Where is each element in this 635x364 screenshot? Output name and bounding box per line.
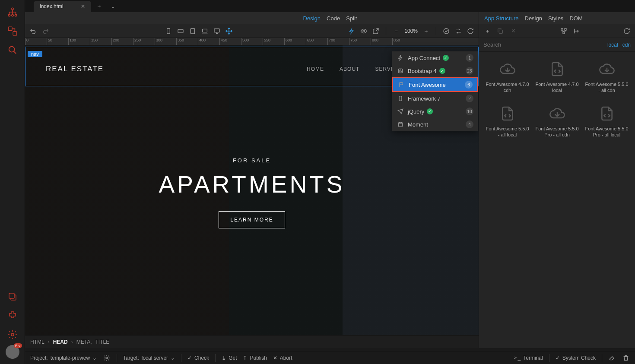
zoom-out-icon[interactable]: − [392, 27, 400, 35]
upload-icon: ⤒ [243, 355, 247, 361]
zoom-value: 100% [404, 28, 418, 34]
device-tablet-icon[interactable] [189, 27, 197, 35]
svg-rect-11 [190, 28, 194, 34]
hero-subtitle: FOR SALE [25, 157, 479, 164]
nav-link[interactable]: HOME [307, 66, 324, 72]
trash-icon[interactable] [622, 354, 630, 362]
check-badge: ✓ [439, 68, 445, 74]
breadcrumb: HTML›HEAD›META,TITLE [25, 335, 479, 348]
avatar[interactable]: Pro [6, 345, 19, 359]
send-icon [397, 108, 404, 115]
framework-item[interactable]: Moment4 [392, 118, 478, 131]
framework-count: 6 [465, 81, 473, 89]
publish-button[interactable]: ⤒Publish [243, 355, 267, 361]
project-selector[interactable]: Project: template-preview ⌄ [30, 355, 97, 361]
panel-refresh-icon[interactable] [623, 27, 631, 35]
panel-tab[interactable]: DOM [569, 15, 582, 22]
abort-button[interactable]: ✕Abort [273, 355, 292, 361]
system-check-button[interactable]: ✓System Check [556, 355, 596, 361]
panel-tab[interactable]: App Structure [484, 15, 519, 22]
framework-item[interactable]: Bootstrap 4 ✓23 [392, 64, 478, 77]
check-badge: ✓ [427, 108, 433, 114]
device-mobile-icon[interactable] [165, 27, 172, 35]
eye-icon[interactable] [360, 27, 368, 35]
svg-rect-12 [202, 29, 207, 32]
framework-item[interactable]: Font Awesome6 [392, 77, 478, 92]
breadcrumb-item[interactable]: HEAD [53, 339, 68, 345]
sitemap-icon[interactable] [4, 3, 21, 21]
copy-icon[interactable] [496, 27, 504, 35]
undo-icon[interactable] [29, 27, 37, 35]
zoom-in-icon[interactable]: ＋ [422, 27, 430, 35]
svg-point-3 [15, 14, 16, 16]
link-icon[interactable] [4, 22, 21, 40]
framework-item[interactable]: Framework 72 [392, 92, 478, 105]
project-settings-icon[interactable] [103, 354, 111, 362]
external-link-icon[interactable] [372, 27, 380, 35]
file-tab[interactable]: index.html ✕ [34, 1, 91, 12]
right-panel-toolbar: ＋ ✕ [479, 24, 635, 38]
close-icon[interactable]: ✕ [509, 27, 517, 35]
component-item[interactable]: Font Awesome 4.7.0 cdn [484, 57, 530, 96]
framework-item[interactable]: App Connect ✓1 [392, 51, 478, 64]
expand-icon[interactable] [573, 27, 581, 35]
filter-cdn[interactable]: cdn [622, 42, 631, 48]
device-laptop-icon[interactable] [201, 27, 209, 35]
component-item[interactable]: Font Awesome 4.7.0 local [534, 57, 580, 96]
target-selector[interactable]: Target: local server ⌄ [123, 355, 175, 361]
tree-icon[interactable] [560, 27, 568, 35]
brand-logo[interactable]: REAL ESTATE [46, 65, 104, 73]
panel-tab[interactable]: Design [525, 15, 542, 22]
terminal-button[interactable]: ＞_Terminal [513, 354, 543, 361]
add-icon[interactable]: ＋ [483, 27, 491, 35]
check-icon: ✓ [187, 355, 192, 361]
settings-icon[interactable] [4, 326, 21, 343]
redo-icon[interactable] [41, 27, 49, 35]
layers-icon[interactable] [4, 288, 21, 305]
svg-point-2 [11, 14, 13, 16]
view-split[interactable]: Split [346, 15, 357, 22]
search-icon[interactable] [4, 41, 21, 59]
component-label: Font Awesome 4.7.0 local [535, 81, 579, 94]
component-item[interactable]: Font Awesome 5.5.0 - all local [484, 101, 530, 141]
svg-rect-22 [563, 32, 565, 34]
svg-point-14 [363, 30, 365, 32]
device-tablet-landscape-icon[interactable] [177, 27, 184, 35]
validate-icon[interactable] [442, 27, 450, 35]
component-item[interactable]: Font Awesome 5.5.0 - all cdn [584, 57, 630, 96]
tab-more-button[interactable]: ⌄ [107, 0, 119, 12]
view-design[interactable]: Design [303, 15, 321, 22]
framework-name: Moment [408, 121, 462, 128]
hero-button[interactable]: LEARN MORE [219, 211, 285, 228]
filter-local[interactable]: local [607, 42, 618, 48]
file-code-icon [545, 60, 569, 79]
get-button[interactable]: ⤓Get [222, 355, 237, 361]
refresh-icon[interactable] [467, 27, 474, 35]
device-desktop-icon[interactable] [213, 27, 221, 35]
add-tab-button[interactable]: ＋ [91, 0, 107, 12]
component-item[interactable]: Font Awesome 5.5.0 Pro - all local [584, 101, 630, 141]
right-panel: App StructureDesignStylesDOM ＋ ✕ local c… [479, 12, 635, 348]
check-button[interactable]: ✓Check [187, 355, 209, 361]
component-item[interactable]: Font Awesome 5.5.0 Pro - all cdn [534, 101, 580, 141]
view-code[interactable]: Code [327, 15, 340, 22]
breadcrumb-item[interactable]: META, [76, 339, 92, 345]
breadcrumb-item[interactable]: HTML [30, 339, 44, 345]
framework-count: 4 [466, 120, 473, 128]
close-icon[interactable]: ✕ [81, 3, 85, 9]
move-icon[interactable] [225, 27, 233, 35]
status-bar: Project: template-preview ⌄ Target: loca… [25, 351, 635, 364]
flash-icon[interactable] [348, 27, 356, 35]
component-grid: Font Awesome 4.7.0 cdnFont Awesome 4.7.0… [479, 52, 635, 146]
extensions-icon[interactable] [4, 307, 21, 324]
nav-link[interactable]: ABOUT [340, 66, 359, 72]
eraser-icon[interactable] [608, 354, 616, 362]
svg-rect-18 [398, 123, 402, 127]
pro-badge: Pro [14, 343, 22, 348]
framework-item[interactable]: jQuery ✓10 [392, 105, 478, 118]
panel-tab[interactable]: Styles [548, 15, 563, 22]
terminal-icon: ＞_ [513, 354, 521, 361]
sync-icon[interactable] [454, 27, 462, 35]
breadcrumb-item[interactable]: TITLE [95, 339, 109, 345]
search-input[interactable] [483, 41, 603, 48]
